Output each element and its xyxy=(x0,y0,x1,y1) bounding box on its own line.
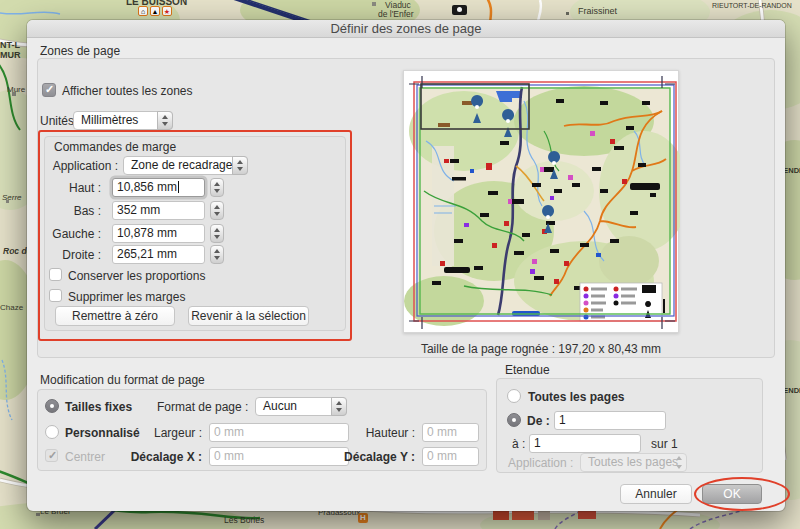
page-boxes-dialog: Définir des zones de page Zones de page … xyxy=(27,20,785,511)
preview-map xyxy=(404,71,680,334)
trimmed-size-caption: Taille de la page rognée : 197,20 x 80,4… xyxy=(403,342,679,356)
application-popup[interactable]: Zone de recadrage xyxy=(123,156,248,175)
top-margin-value: 10,856 mm xyxy=(117,180,177,194)
left-margin-field[interactable]: 10,878 mm xyxy=(112,224,205,243)
page-boxes-section-label: Zones de page xyxy=(40,44,120,58)
range-section-label: Etendue xyxy=(505,363,550,377)
bottom-margin-field[interactable]: 352 mm xyxy=(112,201,205,220)
offset-y-placeholder: 0 mm xyxy=(427,449,457,463)
range-application-value: Toutes les pages xyxy=(588,455,678,469)
application-value: Zone de recadrage xyxy=(131,158,232,172)
offset-x-placeholder: 0 mm xyxy=(214,449,244,463)
lodging-icon: ⌂ xyxy=(138,6,148,16)
right-margin-label: Droite : xyxy=(51,248,101,262)
from-page-label: De : xyxy=(527,414,550,428)
custom-size-label: Personnalisé xyxy=(65,426,140,440)
width-label: Largeur : xyxy=(147,426,202,440)
center-label: Centrer xyxy=(65,450,105,464)
map-label: Mure xyxy=(7,85,25,94)
right-margin-field[interactable]: 265,21 mm xyxy=(112,245,205,264)
from-page-value: 1 xyxy=(559,413,566,427)
range-application-popup: Toutes les pages xyxy=(580,453,687,472)
units-popup[interactable]: Millimètres xyxy=(73,111,173,130)
width-field[interactable]: 0 mm xyxy=(209,423,349,442)
revert-selection-button[interactable]: Revenir à la sélection xyxy=(188,306,309,326)
ok-button[interactable]: OK xyxy=(702,484,762,504)
bottom-margin-stepper[interactable] xyxy=(210,201,224,220)
page-count-label: sur 1 xyxy=(651,437,678,451)
remove-margins-label: Supprimer les marges xyxy=(68,290,185,304)
top-margin-stepper[interactable] xyxy=(210,178,224,197)
constrain-proportions-label: Conserver les proportions xyxy=(68,269,205,283)
page-size-section-label: Modification du format de page xyxy=(40,373,205,387)
map-label: MUR xyxy=(0,50,21,60)
page-preview xyxy=(403,70,679,333)
top-margin-label: Haut : xyxy=(51,181,101,195)
left-margin-label: Gauche : xyxy=(51,227,101,241)
map-label: Serre xyxy=(2,193,22,202)
all-pages-radio[interactable] xyxy=(507,389,521,403)
offset-y-field[interactable]: 0 mm xyxy=(422,447,479,466)
popup-stepper-icon xyxy=(331,397,347,416)
bottom-margin-value: 352 mm xyxy=(117,203,160,217)
custom-size-radio[interactable] xyxy=(45,425,59,439)
page-format-popup[interactable]: Aucun xyxy=(255,397,347,416)
page-format-value: Aucun xyxy=(263,399,297,413)
map-label: Chaze xyxy=(0,303,23,312)
top-margin-field[interactable]: 10,856 mm xyxy=(112,178,205,197)
camping-icon: ▲ xyxy=(150,6,160,16)
to-page-value: 1 xyxy=(534,436,541,450)
reset-button[interactable]: Remettre à zéro xyxy=(55,306,175,326)
page-format-label: Format de page : xyxy=(157,400,248,414)
from-page-field[interactable]: 1 xyxy=(554,411,666,430)
width-placeholder: 0 mm xyxy=(214,425,244,439)
map-label: RIEUTORT-DE-RANDON xyxy=(712,2,792,9)
viewpoint-camera-icon xyxy=(452,5,467,15)
height-placeholder: 0 mm xyxy=(427,425,457,439)
dialog-title: Définir des zones de page xyxy=(27,20,785,38)
remove-margins-checkbox[interactable] xyxy=(49,289,62,302)
units-value: Millimètres xyxy=(81,113,138,127)
map-label: NT-L xyxy=(0,40,20,50)
popup-stepper-icon xyxy=(232,156,248,175)
show-all-zones-checkbox[interactable] xyxy=(42,83,56,97)
left-margin-stepper[interactable] xyxy=(210,224,224,243)
offset-x-label: Décalage X : xyxy=(122,450,202,464)
fixed-sizes-radio[interactable] xyxy=(45,399,59,413)
constrain-proportions-checkbox[interactable] xyxy=(49,268,62,281)
margin-controls-label: Commandes de marge xyxy=(54,140,176,154)
right-margin-value: 265,21 mm xyxy=(117,247,177,261)
to-page-field[interactable]: 1 xyxy=(529,434,641,453)
offset-x-field[interactable]: 0 mm xyxy=(209,447,349,466)
range-application-label: Application : xyxy=(508,456,573,470)
text-caret xyxy=(178,181,179,193)
height-label: Hauteur : xyxy=(355,426,415,440)
popup-stepper-icon xyxy=(157,111,173,130)
star-poi-icon: ★ xyxy=(162,6,172,16)
fixed-sizes-label: Tailles fixes xyxy=(65,400,132,414)
all-pages-label: Toutes les pages xyxy=(528,390,624,404)
cancel-button[interactable]: Annuler xyxy=(620,484,692,504)
map-label: Fraissinet xyxy=(578,6,617,16)
bottom-margin-label: Bas : xyxy=(51,204,101,218)
to-page-label: à : xyxy=(512,437,525,451)
left-margin-value: 10,878 mm xyxy=(117,226,177,240)
center-checkbox[interactable] xyxy=(45,449,58,462)
from-page-radio[interactable] xyxy=(507,413,521,427)
map-label: de l'Enfer xyxy=(378,9,414,19)
application-label: Application : xyxy=(51,159,118,173)
popup-stepper-icon xyxy=(671,453,687,472)
show-all-zones-label: Afficher toutes les zones xyxy=(62,84,193,98)
right-margin-stepper[interactable] xyxy=(210,245,224,264)
hotel-icon: H xyxy=(358,513,368,523)
map-label: Les Bories xyxy=(224,515,264,525)
height-field[interactable]: 0 mm xyxy=(422,423,479,442)
offset-y-label: Décalage Y : xyxy=(337,450,415,464)
